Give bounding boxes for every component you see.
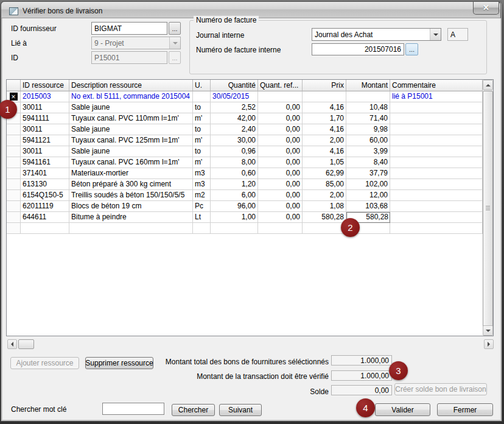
journal-combobox[interactable]: Journal des Achat: [312, 28, 441, 41]
grid-cell-desc[interactable]: [69, 223, 193, 234]
grid-cell-rowhdr[interactable]: [7, 201, 21, 212]
grid-row[interactable]: 30011Sable jauneto0,960,004,163,99: [7, 146, 483, 157]
grid-cell-desc[interactable]: Treillis soudés à béton 150/150/5/5: [69, 190, 193, 201]
grid-cell-montant[interactable]: 37,79: [346, 168, 390, 179]
grid-cell-comment[interactable]: lié à P15001: [390, 91, 483, 102]
grid-cell-prix[interactable]: 2,00: [303, 190, 346, 201]
grid-column-header-montant[interactable]: Montant: [346, 80, 390, 91]
grid-cell-comment[interactable]: [390, 223, 483, 234]
grid-cell-comment[interactable]: [390, 113, 483, 124]
vertical-scrollbar-thumb[interactable]: [483, 91, 493, 327]
internal-invoice-field[interactable]: 201507016: [312, 43, 404, 55]
grid-cell-id[interactable]: 30011: [21, 102, 69, 113]
grid-cell-comment[interactable]: [390, 201, 483, 212]
grid-cell-montant[interactable]: 103,68: [346, 201, 390, 212]
grid-column-header-desc[interactable]: Description ressource: [69, 80, 193, 91]
remove-resource-button[interactable]: Supprimer ressource: [85, 357, 153, 369]
grid-cell-desc[interactable]: Tuyaux canal. PVC 110mm l=1m': [69, 113, 193, 124]
grid-column-header-id[interactable]: ID ressource: [21, 80, 69, 91]
vertical-scrollbar[interactable]: [483, 80, 493, 336]
grid-cell-qty[interactable]: 42,00: [211, 113, 258, 124]
grid-cell-id[interactable]: 5941111: [21, 113, 69, 124]
grid-cell-id[interactable]: 644611: [21, 212, 69, 223]
grid-cell-comment[interactable]: [390, 124, 483, 135]
grid-row[interactable]: 30011Sable jauneto2,520,004,1610,48: [7, 102, 483, 113]
grid-cell-comment[interactable]: [390, 146, 483, 157]
grid-cell-prix[interactable]: 1,70: [303, 113, 346, 124]
grid-cell-rowhdr[interactable]: [7, 157, 21, 168]
grid-cell-comment[interactable]: [390, 212, 483, 223]
grid-row[interactable]: 30011Sable jauneto2,400,004,169,98: [7, 124, 483, 135]
grid-cell-montant[interactable]: 8,40: [346, 157, 390, 168]
grid-cell-qref[interactable]: 0,00: [258, 190, 303, 201]
grid-cell-montant[interactable]: 60,00: [346, 135, 390, 146]
grid-cell-prix[interactable]: 62,99: [303, 168, 346, 179]
grid-cell-u[interactable]: m': [193, 157, 211, 168]
grid-cell-qref[interactable]: 0,00: [258, 102, 303, 113]
grid-cell-qref[interactable]: 0,00: [258, 168, 303, 179]
grid-cell-u[interactable]: Pc: [193, 201, 211, 212]
grid-cell-u[interactable]: m3: [193, 179, 211, 190]
validate-button[interactable]: Valider: [375, 403, 430, 416]
grid-cell-rowhdr[interactable]: [7, 124, 21, 135]
grid-cell-prix[interactable]: [303, 91, 346, 102]
scroll-up-button[interactable]: [483, 80, 493, 90]
grid-cell-rowhdr[interactable]: [7, 190, 21, 201]
grid-cell-prix[interactable]: 1,05: [303, 157, 346, 168]
grid-cell-u[interactable]: m': [193, 113, 211, 124]
grid-column-header-comment[interactable]: Commentaire: [390, 80, 483, 91]
grid-cell-comment[interactable]: [390, 179, 483, 190]
chevron-down-icon[interactable]: [430, 29, 441, 40]
grid-cell-id[interactable]: [21, 223, 69, 234]
grid-row[interactable]: 6154Q150-5Treillis soudés à béton 150/15…: [7, 190, 483, 201]
close-button[interactable]: ✕: [473, 2, 499, 15]
grid-cell-prix[interactable]: 1,08: [303, 201, 346, 212]
grid-column-header-qty[interactable]: Quantité: [211, 80, 258, 91]
grid-cell-qref[interactable]: 0,00: [258, 113, 303, 124]
grid-cell-comment[interactable]: [390, 168, 483, 179]
grid-cell-rowhdr[interactable]: [7, 212, 21, 223]
grid-cell-prix[interactable]: 4,16: [303, 146, 346, 157]
grid-cell-montant[interactable]: 9,98: [346, 124, 390, 135]
search-button[interactable]: Chercher: [172, 404, 215, 416]
grid-cell-desc[interactable]: Sable jaune: [69, 124, 193, 135]
scroll-right-button[interactable]: [484, 339, 494, 349]
grid-row[interactable]: 644611Bitume à peindreLt1,000,00580,2858…: [7, 212, 483, 223]
grid-column-header-rowhdr[interactable]: [7, 80, 21, 91]
grid-cell-montant[interactable]: [346, 91, 390, 102]
grid-cell-desc[interactable]: Tuyaux canal. PVC 160mm l=1m': [69, 157, 193, 168]
grid-cell-desc[interactable]: No ext. bl 5111, commande 2015004: [69, 91, 193, 102]
horizontal-scrollbar[interactable]: [7, 339, 494, 349]
grid-cell-qref[interactable]: 0,00: [258, 124, 303, 135]
grid-cell-desc[interactable]: Materiaux-mortier: [69, 168, 193, 179]
grid-cell-rowhdr[interactable]: [7, 168, 21, 179]
grid-cell-prix[interactable]: 85,00: [303, 179, 346, 190]
grid-cell-qref[interactable]: 0,00: [258, 157, 303, 168]
grid-row[interactable]: [7, 223, 483, 234]
grid-cell-qty[interactable]: 96,00: [211, 201, 258, 212]
grid-cell-comment[interactable]: [390, 135, 483, 146]
grid-cell-u[interactable]: [193, 223, 211, 234]
grid-cell-rowhdr[interactable]: [7, 146, 21, 157]
grid-cell-desc[interactable]: Sable jaune: [69, 102, 193, 113]
close-dialog-button[interactable]: Fermer: [437, 403, 493, 416]
supplier-field[interactable]: BIGMAT: [91, 22, 167, 35]
grid-cell-u[interactable]: [193, 91, 211, 102]
grid-cell-qty[interactable]: 1,00: [211, 212, 258, 223]
supplier-browse-button[interactable]: ...: [169, 22, 181, 35]
grid-cell-u[interactable]: m': [193, 135, 211, 146]
grid-cell-qty[interactable]: [211, 223, 258, 234]
grid-cell-qty[interactable]: 0,60: [211, 168, 258, 179]
grid-cell-comment[interactable]: [390, 190, 483, 201]
grid-cell-u[interactable]: Lt: [193, 212, 211, 223]
grid-cell-qty[interactable]: 2,52: [211, 102, 258, 113]
checked-checkbox-icon[interactable]: ✕: [10, 93, 18, 101]
grid-cell-rowhdr[interactable]: [7, 223, 21, 234]
grid-row[interactable]: 5941111Tuyaux canal. PVC 110mm l=1m'm'42…: [7, 113, 483, 124]
grid-cell-qty[interactable]: 30/05/2015: [211, 91, 258, 102]
scroll-left-button[interactable]: [7, 339, 17, 349]
grid-cell-rowhdr[interactable]: [7, 135, 21, 146]
grid-column-header-u[interactable]: U.: [193, 80, 211, 91]
grid-cell-u[interactable]: m3: [193, 168, 211, 179]
grid-cell-qty[interactable]: 2,40: [211, 124, 258, 135]
